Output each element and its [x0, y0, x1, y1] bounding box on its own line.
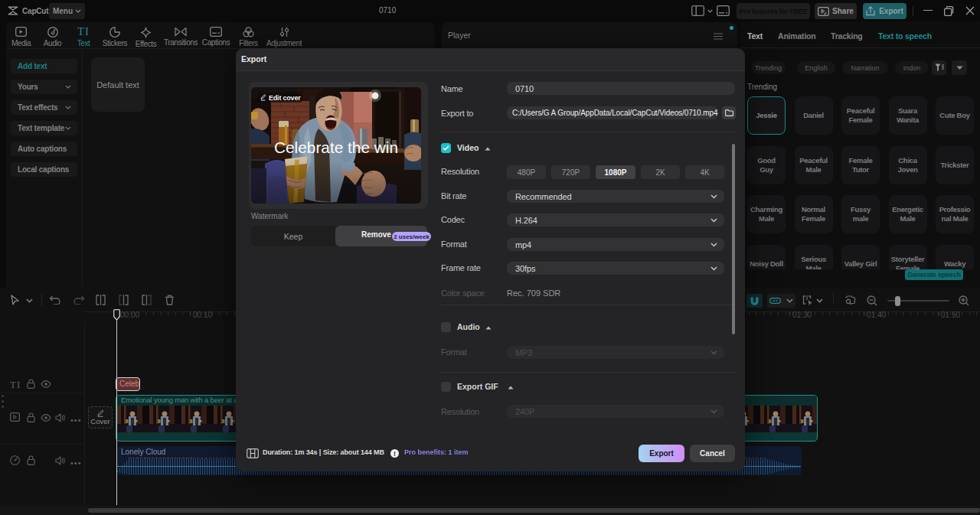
svg-text:Celebrate the win: Celebrate the win — [274, 139, 398, 156]
